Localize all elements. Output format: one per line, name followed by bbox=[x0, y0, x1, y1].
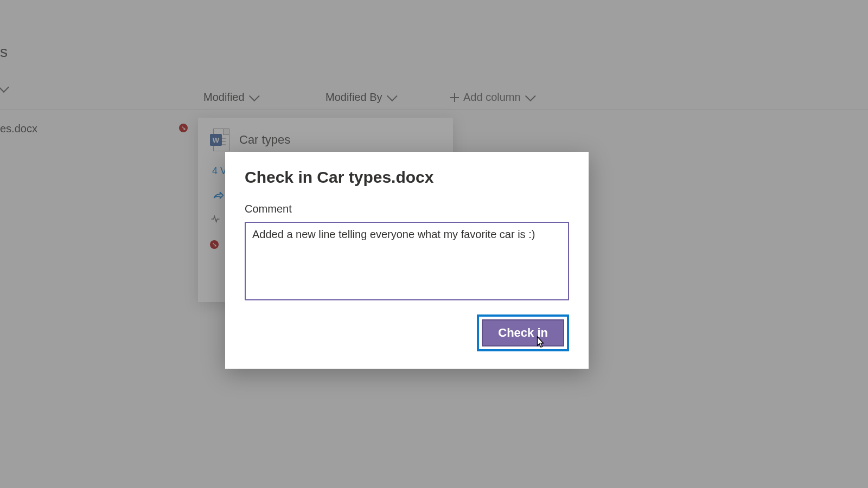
check-in-button[interactable]: Check in bbox=[482, 319, 564, 346]
comment-textarea[interactable] bbox=[245, 222, 569, 300]
sharepoint-list-page: s Modified Modified By Add column es.doc… bbox=[0, 0, 868, 488]
dialog-title: Check in Car types.docx bbox=[245, 168, 569, 187]
check-in-button-highlight: Check in bbox=[477, 314, 569, 351]
comment-field-label: Comment bbox=[245, 203, 569, 215]
check-in-dialog: Check in Car types.docx Comment Check in bbox=[225, 152, 589, 369]
